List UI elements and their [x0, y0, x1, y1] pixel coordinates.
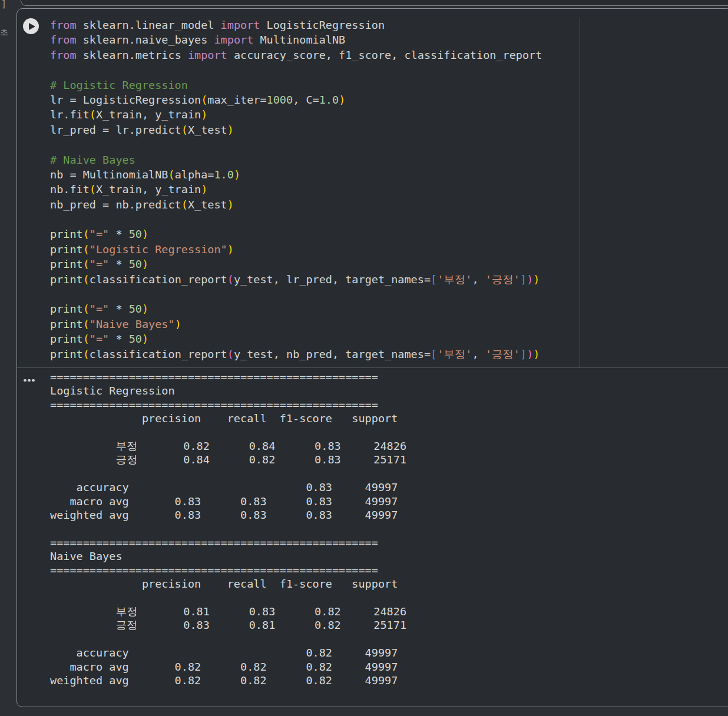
column-ruler [580, 18, 580, 367]
code-line [50, 212, 542, 227]
notebook-page: ] 초 from sklearn.linear_model import Log… [0, 0, 728, 716]
code-line: lr_pred = lr.predict(X_test) [50, 122, 542, 137]
output-options-button[interactable] [24, 377, 35, 383]
previous-cell-edge [21, 0, 728, 6]
code-line: # Logistic Regression [50, 78, 542, 92]
code-line: nb.fit(X_train, y_train) [50, 182, 542, 197]
code-line: print(classification_report(y_test, nb_p… [50, 347, 542, 362]
code-line: print("Naive Bayes") [50, 317, 542, 332]
execution-time-label: 초 [0, 28, 8, 37]
code-line: from sklearn.linear_model import Logisti… [50, 18, 542, 32]
code-line: nb = MultinomialNB(alpha=1.0) [50, 167, 542, 182]
run-cell-button[interactable] [23, 18, 39, 34]
notebook-cell: from sklearn.linear_model import Logisti… [16, 8, 728, 707]
code-line: print("=" * 50) [50, 332, 542, 346]
code-line: print("=" * 50) [50, 227, 542, 241]
cell-output: ========================================… [50, 370, 406, 687]
play-icon [29, 23, 35, 30]
code-line: from sklearn.naive_bayes import Multinom… [50, 32, 542, 47]
code-line: lr.fit(X_train, y_train) [50, 107, 542, 122]
code-line: lr = LogisticRegression(max_iter=1000, C… [50, 92, 542, 107]
code-line [50, 62, 542, 77]
code-line: nb_pred = nb.predict(X_test) [50, 197, 542, 212]
code-line: print(classification_report(y_test, lr_p… [50, 272, 542, 287]
execution-count-bracket: ] [1, 0, 6, 9]
ellipsis-icon [24, 379, 27, 382]
code-line [50, 137, 542, 152]
code-editor[interactable]: from sklearn.linear_model import Logisti… [50, 18, 542, 362]
code-output-divider [17, 367, 728, 368]
code-line: print("Logistic Regression") [50, 242, 542, 257]
code-line [50, 287, 542, 301]
code-line: # Naive Bayes [50, 153, 542, 167]
code-line: print("=" * 50) [50, 257, 542, 271]
code-line: print("=" * 50) [50, 301, 542, 316]
code-line: from sklearn.metrics import accuracy_sco… [50, 48, 542, 62]
